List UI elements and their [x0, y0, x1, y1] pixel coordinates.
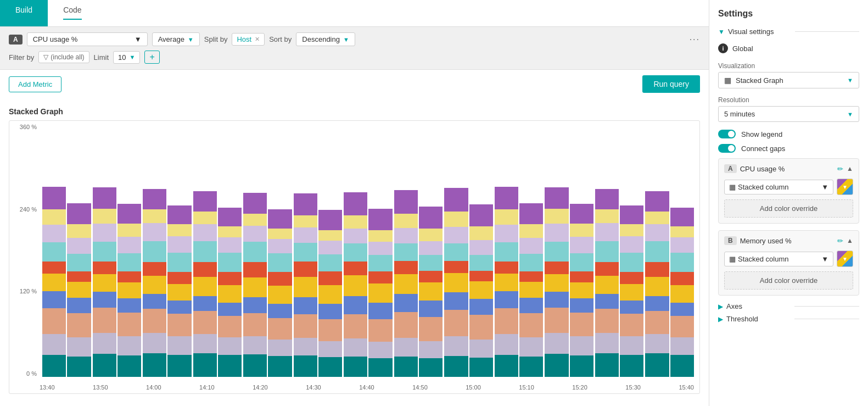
bar-segment: [93, 262, 116, 274]
bar-segment: [42, 262, 66, 274]
visualization-dropdown[interactable]: ▦ Stacked Graph ▼: [718, 72, 859, 88]
tab-build[interactable]: Build: [0, 0, 48, 26]
bar-segment: [519, 357, 543, 377]
bar-segment: [268, 253, 292, 272]
metric-a-type-dropdown[interactable]: ▦ Stacked column ▼: [724, 180, 833, 194]
bar-segment: [620, 224, 643, 236]
x-axis-label: 15:10: [519, 384, 534, 391]
sort-dropdown[interactable]: Descending ▼: [296, 32, 355, 46]
bar-segment: [143, 223, 166, 241]
bar-segment: [645, 296, 669, 311]
bar-segment: [294, 338, 317, 355]
connect-gaps-toggle[interactable]: [718, 144, 736, 153]
bar-segment: [645, 241, 669, 262]
bar-chart-icon: ▦: [724, 76, 731, 85]
bar-segment: [469, 358, 493, 377]
bar-segment: [193, 277, 217, 296]
bar-segment: [193, 296, 217, 311]
bar-segment: [394, 338, 418, 357]
aggregate-dropdown[interactable]: Average ▼: [152, 32, 200, 46]
metric-a-add-color-button[interactable]: Add color override: [724, 199, 853, 218]
axes-row[interactable]: ▶ Axes: [718, 302, 859, 310]
bar-segment: [545, 333, 568, 354]
bar-group: [394, 190, 443, 377]
metric-b-add-color-button[interactable]: Add color override: [724, 271, 853, 290]
filter-value[interactable]: ▽ (include all): [38, 51, 89, 63]
bar-segment: [117, 204, 141, 224]
show-legend-toggle[interactable]: [718, 130, 736, 138]
aggregate-arrow: ▼: [188, 36, 194, 43]
metric-dropdown[interactable]: CPU usage % ▼: [27, 32, 148, 46]
more-options-button[interactable]: ···: [690, 35, 700, 45]
bar-segment: [344, 338, 367, 356]
bar-segment: [294, 277, 317, 298]
bar-segment: [469, 315, 493, 340]
bar-segment: [218, 337, 242, 355]
bar-segment: [645, 277, 669, 296]
metric-a-collapse-icon[interactable]: ▲: [847, 165, 853, 173]
bar-segment: [243, 297, 267, 313]
bar-segment: [167, 236, 191, 253]
bar-segment: [318, 210, 342, 230]
y-label-2: 120 %: [20, 288, 37, 294]
metric-b-edit-icon[interactable]: ✏: [837, 237, 843, 245]
show-legend-knob: [728, 131, 735, 137]
filter-row: Filter by ▽ (include all) Limit 10 ▼ +: [9, 51, 700, 64]
resolution-dropdown[interactable]: 5 minutes ▼: [718, 106, 859, 122]
metric-b-type-inner: ▦ Stacked column: [729, 255, 789, 263]
add-metric-button[interactable]: Add Metric: [9, 76, 61, 92]
x-axis-label: 13:50: [93, 384, 108, 391]
bar-segment: [318, 304, 342, 319]
bar-segment: [218, 237, 242, 253]
bar-segment: [419, 229, 443, 241]
visual-settings-chevron: ▼: [718, 28, 725, 36]
bar-segment: [42, 334, 66, 355]
bar-segment: [620, 284, 643, 301]
axes-chevron: ▶: [718, 303, 723, 310]
aggregate-value: Average: [158, 35, 184, 43]
bar-segment: [595, 333, 619, 353]
bar-group: [495, 187, 544, 377]
metric-b-collapse-icon[interactable]: ▲: [847, 237, 853, 244]
bar-segment: [318, 285, 342, 304]
tab-code[interactable]: Code: [48, 0, 97, 26]
run-query-button[interactable]: Run query: [642, 75, 700, 93]
metric-a-edit-icon[interactable]: ✏: [837, 165, 843, 173]
metric-b-color-picker[interactable]: ▼: [837, 251, 853, 267]
bar-segment: [419, 317, 443, 341]
bar-segment: [67, 224, 91, 238]
bar-segment: [595, 241, 619, 262]
bar-segment: [545, 274, 568, 292]
add-filter-button[interactable]: +: [144, 51, 159, 64]
bar-segment: [344, 229, 367, 243]
bar-segment: [167, 253, 191, 272]
filter-icon: ▽: [43, 53, 48, 61]
bar-segment: [42, 355, 66, 377]
bar-segment: [595, 294, 619, 309]
axes-label: Axes: [726, 302, 791, 310]
bar-segment: [143, 294, 166, 309]
bar-segment: [193, 224, 217, 241]
metric-label: A: [9, 35, 23, 45]
host-remove-icon[interactable]: ✕: [255, 36, 260, 43]
visual-settings-header[interactable]: ▼ Visual settings: [718, 27, 859, 36]
bar-segment: [419, 207, 443, 229]
threshold-row[interactable]: ▶ Threshold: [718, 315, 859, 323]
bar-segment: [570, 253, 593, 271]
limit-dropdown[interactable]: 10 ▼: [113, 51, 140, 64]
split-by-label: Split by: [204, 35, 228, 43]
metric-b-type-dropdown[interactable]: ▦ Stacked column ▼: [724, 252, 833, 266]
bar-segment: [318, 341, 342, 357]
resolution-arrow: ▼: [847, 111, 853, 118]
metric-a-color-picker[interactable]: ▼: [837, 179, 853, 195]
metric-a-badge: A: [724, 164, 737, 173]
bar-stack: [519, 203, 543, 377]
bar-segment: [570, 355, 593, 377]
bar-segment: [469, 240, 493, 255]
bar-segment: [495, 187, 518, 209]
bar-segment: [444, 227, 468, 243]
visual-settings-label: Visual settings: [728, 27, 792, 36]
bar-segment: [318, 271, 342, 285]
bar-segment: [344, 262, 367, 276]
bar-segment: [519, 203, 543, 224]
